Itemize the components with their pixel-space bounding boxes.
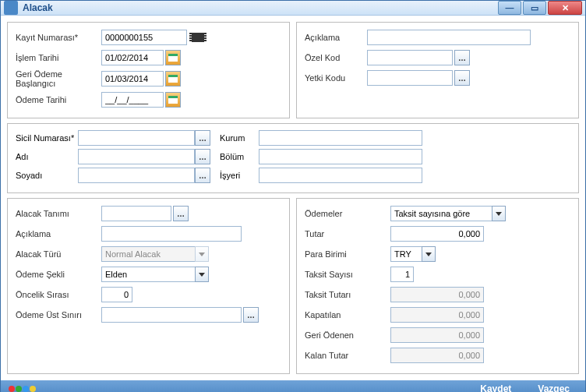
adi-input[interactable] [78,149,195,164]
kaydet-button[interactable]: Kaydet [472,380,519,392]
taksit-tutari-label: Taksit Tutarı [305,290,390,299]
minimize-button[interactable]: — [498,1,521,15]
sicil-input[interactable] [78,130,195,146]
ozel-kod-label: Özel Kod [305,53,367,62]
taksit-sayisi-label: Taksit Sayısı [305,270,390,279]
geri-odenen-label: Geri Ödenen [305,330,390,340]
soyadi-input[interactable] [78,168,195,183]
alacak-turu-select [101,246,195,262]
alacak-tanimi-label: Alacak Tanımı [16,209,101,218]
kalan-tutar-label: Kalan Tutar [305,351,390,360]
geri-odeme-input[interactable] [101,71,164,87]
yetki-kodu-input[interactable] [367,70,453,86]
kapatilan-label: Kapatılan [305,310,390,320]
alacak-turu-label: Alacak Türü [16,249,101,259]
window: Alacak — ▭ ✕ Kayıt Numarası* İşlem Tarih… [0,0,586,392]
window-title: Alacak [23,2,498,13]
lookup-button[interactable]: … [195,130,210,146]
tutar-label: Tutar [305,229,390,238]
vazgec-button[interactable]: Vazgeç [530,380,577,392]
oncelik-input[interactable] [101,287,132,302]
yetki-kodu-label: Yetki Kodu [305,73,367,83]
left-aciklama-label: Açıklama [16,229,101,238]
aciklama-label: Açıklama [305,33,367,42]
lookup-button[interactable]: … [454,70,470,86]
islem-tarihi-input[interactable] [101,50,164,65]
islem-tarihi-label: İşlem Tarihi [16,53,101,62]
chevron-down-icon[interactable] [422,246,436,262]
panel-person: Sicil Numarası* … Kurum Adı … Bölüm Soya… [7,123,579,193]
maximize-button[interactable]: ▭ [523,1,546,15]
panel-left: Alacak Tanımı … Açıklama Alacak Türü [7,198,290,374]
titlebar: Alacak — ▭ ✕ [1,1,585,16]
left-aciklama-input[interactable] [101,226,242,242]
panel-header-right: Açıklama Özel Kod … Yetki Kodu … [296,22,579,118]
odeme-tarihi-input[interactable] [101,92,164,108]
calendar-icon[interactable] [165,71,181,87]
panel-header-left: Kayıt Numarası* İşlem Tarihi Geri Ödeme … [7,22,290,118]
kayit-numarasi-input[interactable] [101,30,187,45]
para-birimi-label: Para Birimi [305,249,390,259]
lookup-button[interactable]: … [195,168,210,183]
alacak-tanimi-input[interactable] [101,206,171,221]
app-icon [4,1,18,15]
para-birimi-select[interactable] [390,246,422,262]
chevron-down-icon [195,246,209,262]
kurum-label: Kurum [220,133,259,143]
kalan-tutar-value [390,348,484,363]
taksit-sayisi-input[interactable] [390,267,414,282]
lookup-button[interactable]: … [454,50,470,65]
lookup-button[interactable]: … [173,206,189,221]
kapatilan-value [390,307,484,323]
isyeri-label: İşyeri [220,171,259,180]
odeme-sekli-label: Ödeme Şekli [16,270,101,279]
adi-label: Adı [16,152,78,161]
odeme-ust-input[interactable] [101,307,242,323]
panel-right: Ödemeler Tutar Para Birimi [296,198,579,374]
taksit-tutari-value [390,287,484,302]
chevron-down-icon[interactable] [195,267,209,282]
chevron-down-icon[interactable] [492,206,506,221]
calendar-icon[interactable] [165,50,181,65]
soyadi-label: Soyadı [16,171,78,180]
tutar-input[interactable] [390,226,484,242]
odeme-ust-label: Ödeme Üst Sınırı [16,310,101,320]
oncelik-label: Öncelik Sırası [16,290,101,299]
calendar-icon[interactable] [165,92,181,108]
odeme-tarihi-label: Ödeme Tarihi [16,95,101,104]
action-bar: Kaydet Vazgeç [1,380,585,392]
ozel-kod-input[interactable] [367,50,453,65]
sicil-label: Sicil Numarası* [16,133,78,143]
isyeri-input[interactable] [259,168,422,183]
kurum-input[interactable] [259,130,422,146]
close-button[interactable]: ✕ [548,1,582,15]
color-palette-icon[interactable] [9,386,36,392]
bolum-input[interactable] [259,149,422,164]
aciklama-input[interactable] [367,30,531,45]
kayit-numarasi-label: Kayıt Numarası* [16,33,101,42]
lookup-button[interactable]: … [243,307,259,323]
odemeler-label: Ödemeler [305,209,390,218]
odemeler-select[interactable] [390,206,492,221]
film-icon[interactable] [192,33,204,42]
geri-odeme-label: Geri Ödeme Başlangıcı [16,69,101,88]
odeme-sekli-select[interactable] [101,267,195,282]
geri-odenen-value [390,327,484,343]
lookup-button[interactable]: … [195,149,210,164]
bolum-label: Bölüm [220,152,259,161]
